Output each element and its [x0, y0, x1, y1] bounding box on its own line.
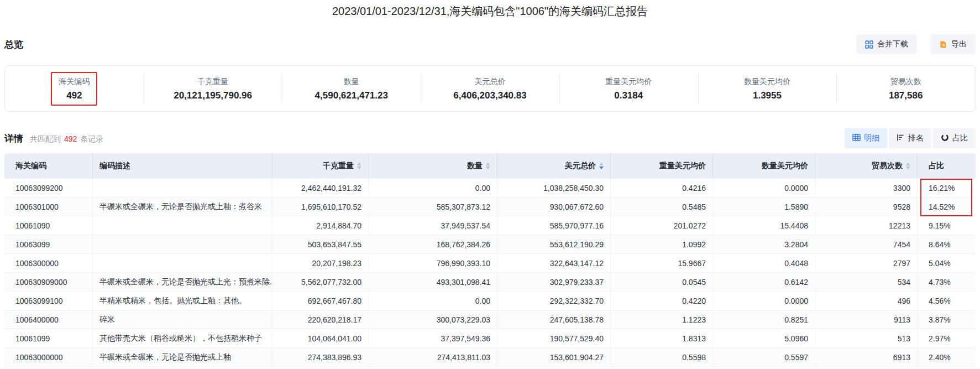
card-label: 重量美元均价 [605, 76, 652, 87]
cell-desc [93, 235, 272, 253]
cell-kg: 1,695,610,170.52 [272, 198, 369, 216]
cell-desc: 半碾米或全碾米，无论是否抛光或上釉：煮谷米 [93, 198, 272, 216]
overview-cards: 海关编码 492 千克重量 20,121,195,790.96 数量 4,590… [4, 65, 976, 112]
column-label: 贸易次数 [872, 161, 903, 171]
export-icon [939, 40, 947, 49]
cell-usd: 930,067,672.60 [497, 198, 611, 216]
export-label: 导出 [951, 39, 967, 49]
card-value: 6,406,203,340.83 [453, 90, 526, 102]
cell-desc: 半碾米或全碾米，无论是否抛光或上光：预煮米除... [93, 273, 272, 291]
details-section-bar: 详情 共匹配到 492 条记录 明细 排名 占比 [4, 128, 976, 148]
sort-icon[interactable] [906, 163, 910, 169]
cell-share: 3.87% [918, 310, 976, 329]
table-row: 1006301000半碾米或全碾米，无论是否抛光或上釉：煮谷米1,695,610… [4, 198, 976, 216]
tab-share[interactable]: 占比 [933, 128, 976, 148]
tab-detail[interactable]: 明细 [845, 128, 887, 148]
cell-kg: 5,562,077,732.00 [272, 273, 369, 291]
cell-code: 10061099 [4, 329, 93, 347]
column-header-trades[interactable]: 贸易次数 [815, 153, 918, 179]
card-value: 1.3955 [753, 90, 782, 102]
cell-code: 10063099200 [4, 179, 93, 197]
table-row: 1006400000碎米220,620,218.17300,073,229.03… [4, 310, 976, 329]
cell-code: 10063000000 [4, 348, 93, 366]
cell-share: 2.97% [918, 329, 976, 347]
cell-desc: 碎米 [93, 310, 272, 329]
table-row: 100630000020,207,198.23796,990,393.10322… [4, 254, 976, 273]
column-label: 占比 [929, 161, 944, 171]
cell-trades: 9113 [815, 310, 918, 329]
cell-qty_avg: 15.4408 [713, 216, 815, 235]
column-header-desc: 编码描述 [93, 153, 272, 179]
tab-ranking[interactable]: 排名 [889, 128, 931, 148]
cell-usd: 247,605,138.78 [497, 310, 611, 329]
card-label: 千克重量 [197, 76, 228, 87]
cell-code: 10063099100 [4, 292, 93, 310]
tab-label: 占比 [952, 133, 968, 143]
cell-code: 1006300000 [4, 254, 93, 272]
cell-kg_avg: 1.8313 [611, 329, 713, 347]
cell-trades: 3300 [815, 179, 918, 197]
cell-trades: 496 [815, 292, 918, 310]
card-kg-weight: 千克重量 20,121,195,790.96 [144, 66, 282, 111]
cell-usd: 322,643,147.12 [497, 254, 611, 272]
cell-qty: 37,397,549.36 [369, 329, 497, 347]
report-page: 2023/01/01-2023/12/31,海关编码包含"1006"的海关编码汇… [0, 0, 980, 369]
sort-icon[interactable] [357, 163, 361, 169]
cell-qty_avg: 1.5890 [713, 198, 815, 216]
cell-qty: 0.00 [369, 292, 497, 310]
column-header-share: 占比 [918, 153, 976, 179]
cell-code: 10061090 [4, 216, 93, 235]
cell-kg: 274,383,896.93 [272, 348, 369, 366]
column-header-qty[interactable]: 数量 [369, 153, 497, 179]
merge-download-button[interactable]: 合并下载 [856, 34, 917, 54]
cell-kg: 2,462,440,191.32 [272, 179, 369, 197]
column-label: 编码描述 [99, 161, 130, 171]
card-label: 美元总价 [475, 76, 506, 87]
cell-share: 8.64% [918, 235, 976, 253]
cell-qty: 300,073,229.03 [369, 310, 497, 329]
cell-kg: 104,064,041.00 [272, 329, 369, 347]
card-value: 0.3184 [614, 90, 643, 102]
cell-desc: 半碾米或全碾米，无论是否抛光或上釉 [93, 348, 272, 366]
column-header-kg[interactable]: 千克重量 [272, 153, 369, 179]
cell-qty_avg: 0.4048 [713, 254, 815, 272]
cell-qty: 168,762,384.26 [369, 235, 497, 253]
overview-actions: 合并下载 导出 [856, 34, 976, 54]
cell-qty_avg: 3.2804 [713, 235, 815, 253]
export-button[interactable]: 导出 [930, 34, 976, 54]
card-usd-per-weight: 重量美元均价 0.3184 [559, 66, 698, 111]
table-header: 海关编码编码描述千克重量数量美元总价重量美元均价数量美元均价贸易次数占比 [4, 153, 976, 179]
column-label: 重量美元均价 [659, 161, 706, 171]
card-label: 贸易次数 [890, 76, 921, 87]
cell-qty: 274,413,811.03 [369, 348, 497, 366]
overview-heading: 总览 [4, 38, 23, 51]
cell-qty: 796,990,393.10 [369, 254, 497, 272]
sort-icon[interactable] [486, 163, 490, 169]
cell-trades: 12213 [815, 216, 918, 235]
column-label: 数量美元均价 [762, 161, 808, 171]
table-row: 100610902,914,884.7037,949,537.54585,970… [4, 216, 976, 235]
view-tabs: 明细 排名 占比 [845, 128, 976, 148]
column-header-usd[interactable]: 美元总价 [497, 153, 611, 179]
detail-table: 海关编码编码描述千克重量数量美元总价重量美元均价数量美元均价贸易次数占比 100… [4, 153, 976, 367]
card-value: 492 [66, 90, 82, 102]
card-label: 海关编码 [59, 76, 90, 87]
cell-trades: 6913 [815, 348, 918, 366]
annotation-box-card: 海关编码 492 [51, 72, 97, 106]
cell-qty_avg: 0.8251 [713, 310, 815, 329]
cell-desc: 其他带壳大米（稻谷或糙米），不包括稻米种子 [93, 329, 272, 347]
sort-icon[interactable] [599, 163, 604, 169]
cell-code: 1006301000 [4, 198, 93, 216]
card-label: 数量美元均价 [744, 76, 790, 87]
cell-kg_avg: 0.4216 [611, 179, 713, 197]
cell-kg: 503,653,847.55 [272, 235, 369, 253]
cell-kg: 2,914,884.70 [272, 216, 369, 235]
overview-section-bar: 总览 合并下载 导出 [4, 34, 976, 54]
details-heading-group: 详情 共匹配到 492 条记录 [4, 132, 103, 145]
details-heading: 详情 [4, 132, 23, 145]
cell-usd: 553,612,190.29 [497, 235, 611, 253]
card-usd-total: 美元总价 6,406,203,340.83 [421, 66, 559, 111]
cell-code: 1006400000 [4, 310, 93, 329]
cell-desc [93, 179, 272, 197]
cell-usd: 302,979,233.37 [497, 273, 611, 291]
